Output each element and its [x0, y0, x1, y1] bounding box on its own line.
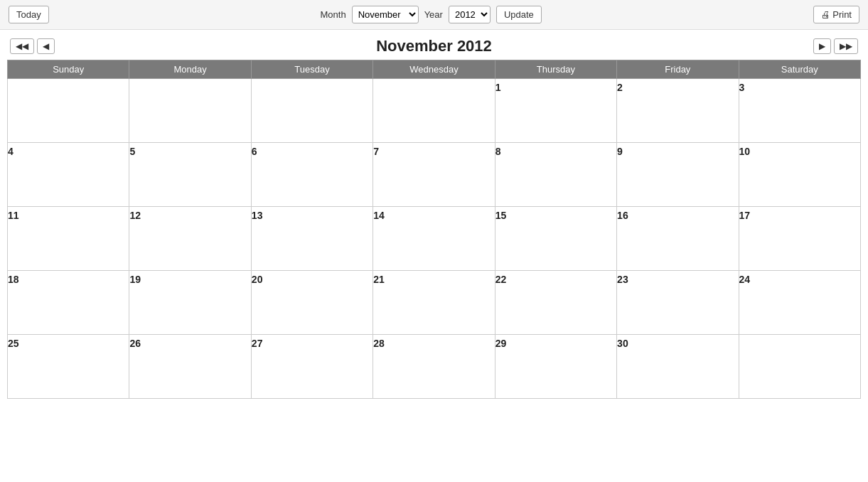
- calendar-cell: [8, 79, 129, 143]
- toolbar-center: Month JanuaryFebruaryMarchAprilMayJuneJu…: [321, 6, 542, 23]
- nav-bar: ◀◀ ◀ November 2012 ▶ ▶▶: [0, 30, 868, 60]
- day-number: 26: [129, 338, 144, 349]
- calendar-cell[interactable]: 5: [129, 143, 251, 207]
- calendar-cell: [129, 79, 251, 143]
- calendar-cell[interactable]: 26: [129, 335, 251, 399]
- day-number: 13: [252, 210, 266, 221]
- day-number: 27: [252, 338, 266, 349]
- calendar-week-row: 252627282930: [8, 335, 861, 399]
- calendar-cell[interactable]: 18: [8, 271, 129, 335]
- weekday-header: Wednesday: [373, 60, 495, 79]
- calendar-cell[interactable]: 10: [739, 143, 860, 207]
- first-button[interactable]: ◀◀: [10, 38, 34, 54]
- day-number: 4: [8, 146, 16, 157]
- day-number: 15: [495, 210, 510, 221]
- year-select[interactable]: 20102011201220132014: [449, 6, 491, 23]
- day-number: 20: [252, 274, 266, 285]
- calendar-cell[interactable]: 16: [617, 207, 739, 271]
- day-number: 25: [8, 338, 22, 349]
- day-number: 23: [617, 274, 631, 285]
- calendar-cell[interactable]: 29: [495, 335, 616, 399]
- calendar-cell[interactable]: 14: [373, 207, 495, 271]
- calendar-cell[interactable]: 30: [617, 335, 739, 399]
- calendar-cell[interactable]: 21: [373, 271, 495, 335]
- month-select[interactable]: JanuaryFebruaryMarchAprilMayJuneJulyAugu…: [352, 6, 419, 23]
- day-number: 7: [373, 146, 382, 157]
- day-number: 11: [8, 210, 22, 221]
- day-number: 16: [617, 210, 631, 221]
- calendar-cell: [251, 79, 373, 143]
- weekday-header: Tuesday: [251, 60, 373, 79]
- last-button[interactable]: ▶▶: [834, 38, 858, 54]
- print-button[interactable]: 🖨 Print: [813, 6, 859, 23]
- day-number: 14: [373, 210, 387, 221]
- day-number: 17: [739, 210, 754, 221]
- day-number: 12: [129, 210, 144, 221]
- weekday-header: Sunday: [8, 60, 129, 79]
- calendar-cell[interactable]: 27: [251, 335, 373, 399]
- nav-right: ▶ ▶▶: [813, 38, 858, 54]
- day-number: 1: [495, 82, 504, 93]
- day-number: 19: [129, 274, 144, 285]
- calendar-cell[interactable]: 4: [8, 143, 129, 207]
- day-number: 21: [373, 274, 387, 285]
- calendar-header: SundayMondayTuesdayWednesdayThursdayFrid…: [8, 60, 861, 79]
- calendar-body: 1234567891011121314151617181920212223242…: [8, 79, 861, 399]
- calendar-cell[interactable]: 24: [739, 271, 860, 335]
- calendar-cell[interactable]: 17: [739, 207, 860, 271]
- calendar-cell[interactable]: 7: [373, 143, 495, 207]
- calendar-table: SundayMondayTuesdayWednesdayThursdayFrid…: [7, 60, 861, 399]
- year-label: Year: [424, 9, 443, 20]
- day-number: 29: [495, 338, 510, 349]
- prev-button[interactable]: ◀: [37, 38, 55, 54]
- day-number: 30: [617, 338, 631, 349]
- day-number: 6: [252, 146, 260, 157]
- weekday-header: Monday: [129, 60, 251, 79]
- calendar-cell[interactable]: 20: [251, 271, 373, 335]
- calendar-cell[interactable]: 13: [251, 207, 373, 271]
- day-number: 5: [129, 146, 138, 157]
- calendar-cell[interactable]: 8: [495, 143, 616, 207]
- day-number: 28: [373, 338, 387, 349]
- calendar-cell[interactable]: 11: [8, 207, 129, 271]
- calendar-cell[interactable]: 2: [617, 79, 739, 143]
- month-label: Month: [321, 9, 346, 20]
- toolbar: Today Month JanuaryFebruaryMarchAprilMay…: [0, 0, 868, 30]
- calendar-cell[interactable]: 3: [739, 79, 860, 143]
- weekday-header: Friday: [617, 60, 739, 79]
- calendar-cell[interactable]: 15: [495, 207, 616, 271]
- today-button[interactable]: Today: [9, 6, 49, 23]
- calendar-cell[interactable]: 25: [8, 335, 129, 399]
- calendar-title: November 2012: [55, 37, 813, 55]
- calendar-cell: [739, 335, 860, 399]
- toolbar-left: Today: [9, 6, 49, 23]
- calendar-cell[interactable]: 22: [495, 271, 616, 335]
- calendar-cell[interactable]: 12: [129, 207, 251, 271]
- next-button[interactable]: ▶: [813, 38, 831, 54]
- update-button[interactable]: Update: [496, 6, 542, 23]
- day-number: 3: [739, 82, 748, 93]
- calendar-week-row: 45678910: [8, 143, 861, 207]
- day-number: 18: [8, 274, 22, 285]
- nav-left: ◀◀ ◀: [10, 38, 55, 54]
- calendar-week-row: 18192021222324: [8, 271, 861, 335]
- day-number: 22: [495, 274, 510, 285]
- day-number: 24: [739, 274, 754, 285]
- weekday-row: SundayMondayTuesdayWednesdayThursdayFrid…: [8, 60, 861, 79]
- calendar-cell: [373, 79, 495, 143]
- day-number: 10: [739, 146, 754, 157]
- calendar-cell[interactable]: 1: [495, 79, 616, 143]
- calendar-cell[interactable]: 6: [251, 143, 373, 207]
- weekday-header: Saturday: [739, 60, 860, 79]
- calendar-cell[interactable]: 28: [373, 335, 495, 399]
- calendar-cell[interactable]: 19: [129, 271, 251, 335]
- calendar-cell[interactable]: 9: [617, 143, 739, 207]
- day-number: 9: [617, 146, 626, 157]
- calendar-week-row: 123: [8, 79, 861, 143]
- toolbar-right: 🖨 Print: [813, 6, 859, 23]
- day-number: 2: [617, 82, 626, 93]
- calendar-wrapper: SundayMondayTuesdayWednesdayThursdayFrid…: [0, 60, 868, 406]
- calendar-week-row: 11121314151617: [8, 207, 861, 271]
- day-number: 8: [495, 146, 504, 157]
- calendar-cell[interactable]: 23: [617, 271, 739, 335]
